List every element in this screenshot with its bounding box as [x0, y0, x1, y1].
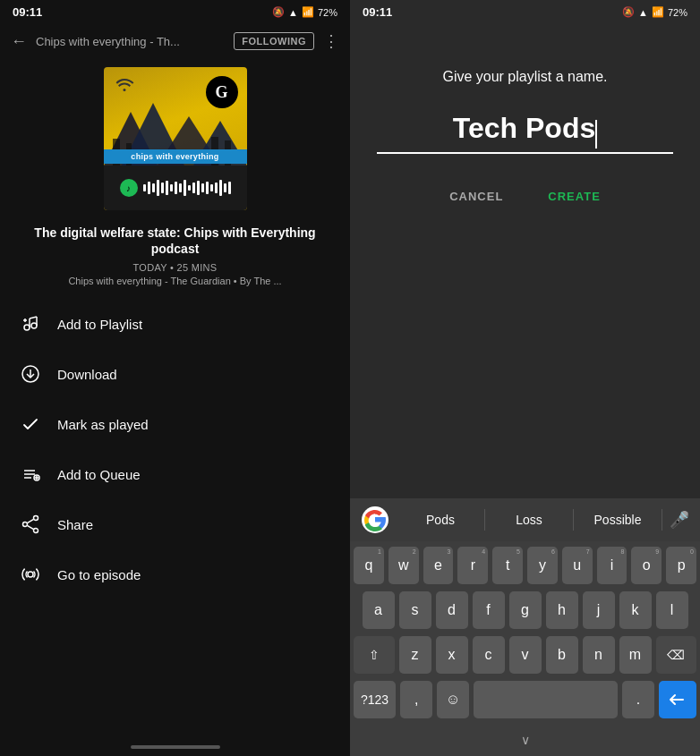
svg-line-27: [27, 526, 33, 530]
key-t[interactable]: t5: [492, 547, 523, 584]
menu-item-add-to-playlist[interactable]: Add to Playlist: [0, 299, 350, 349]
key-g[interactable]: g: [509, 591, 542, 629]
menu-list: Add to Playlist Download Mark as played: [0, 292, 350, 738]
artwork-bottom-bar: ♪: [104, 166, 247, 210]
key-e[interactable]: e3: [423, 547, 454, 584]
comma-key[interactable]: ,: [400, 681, 432, 718]
key-j[interactable]: j: [583, 591, 615, 629]
period-key[interactable]: .: [622, 681, 654, 718]
space-key[interactable]: [474, 681, 618, 718]
svg-point-25: [34, 529, 38, 533]
suggestion-pods[interactable]: Pods: [397, 509, 485, 531]
key-row-zxcv: ⇧ z x c v b n m ⌫: [354, 636, 696, 674]
key-z[interactable]: z: [399, 636, 431, 674]
share-label: Share: [57, 517, 93, 532]
key-d[interactable]: d: [436, 591, 468, 629]
go-to-episode-label: Go to episode: [57, 567, 141, 582]
key-row-qwerty: q1 w2 e3 r4 t5 y6 u7 i8 o9 p0: [354, 547, 696, 584]
home-bar-left: [131, 745, 220, 749]
suggestion-loss[interactable]: Loss: [485, 509, 574, 531]
shift-key[interactable]: ⇧: [354, 636, 395, 674]
more-options-button[interactable]: ⋮: [323, 31, 339, 51]
following-button[interactable]: FOLLOWING: [234, 32, 314, 50]
menu-item-mark-played[interactable]: Mark as played: [0, 399, 350, 449]
menu-item-download[interactable]: Download: [0, 349, 350, 399]
waveform: [143, 179, 231, 197]
key-r[interactable]: r4: [457, 547, 488, 584]
key-b[interactable]: b: [546, 636, 578, 674]
cancel-button[interactable]: CANCEL: [449, 190, 503, 203]
enter-key[interactable]: [659, 681, 696, 718]
playlist-prompt: Give your playlist a name.: [442, 69, 607, 85]
emoji-key[interactable]: ☺: [437, 681, 469, 718]
svg-point-28: [28, 572, 33, 577]
spotify-logo: ♪: [120, 179, 138, 197]
podcast-icon: [18, 562, 43, 587]
add-to-queue-label: Add to Queue: [57, 467, 141, 482]
right-panel: 09:11 🔕 ▲ 📶 72% Give your playlist a nam…: [350, 0, 700, 756]
key-n[interactable]: n: [583, 636, 615, 674]
silent-icon: 🔕: [272, 6, 285, 18]
wifi-artwork-icon: [115, 76, 134, 97]
battery-right: 72%: [668, 7, 687, 18]
chips-label: chips with everything: [104, 149, 247, 164]
share-icon: [18, 512, 43, 537]
back-button[interactable]: ←: [11, 32, 27, 51]
key-l[interactable]: l: [656, 591, 688, 629]
svg-point-24: [23, 522, 28, 527]
backspace-key[interactable]: ⌫: [656, 636, 697, 674]
battery-left: 72%: [318, 7, 337, 18]
left-panel: 09:11 🔕 ▲ 📶 72% ← Chips with everything …: [0, 0, 350, 756]
svg-point-9: [31, 323, 37, 328]
key-p[interactable]: p0: [666, 547, 696, 584]
menu-item-share[interactable]: Share: [0, 499, 350, 549]
playlist-icon: [18, 311, 43, 336]
num-switch-key[interactable]: ?123: [354, 681, 396, 718]
key-w[interactable]: w2: [388, 547, 419, 584]
key-row-asdf: a s d f g h j k l: [354, 591, 696, 629]
episode-source: Chips with everything - The Guardian • B…: [18, 276, 332, 286]
queue-icon: [18, 462, 43, 487]
mic-icon[interactable]: 🎤: [670, 510, 689, 530]
signal-icon-r: 📶: [652, 6, 664, 18]
episode-title: The digital welfare state: Chips with Ev…: [18, 225, 332, 257]
key-s[interactable]: s: [399, 591, 431, 629]
key-v[interactable]: v: [509, 636, 542, 674]
status-icons-left: 🔕 ▲ 📶 72%: [272, 6, 337, 18]
key-y[interactable]: y6: [527, 547, 558, 584]
key-q[interactable]: q1: [354, 547, 384, 584]
svg-point-8: [24, 325, 30, 330]
key-i[interactable]: i8: [597, 547, 627, 584]
add-to-playlist-label: Add to Playlist: [57, 317, 142, 332]
mark-played-label: Mark as played: [57, 417, 149, 432]
key-f[interactable]: f: [473, 591, 505, 629]
wifi-icon: ▲: [288, 7, 298, 18]
download-label: Download: [57, 367, 117, 382]
dialog-actions: CANCEL CREATE: [449, 190, 601, 203]
podcast-artwork: G chips with everything ♪: [104, 67, 247, 210]
svg-line-26: [27, 520, 33, 523]
key-u[interactable]: u7: [562, 547, 593, 584]
episode-info: The digital welfare state: Chips with Ev…: [0, 216, 350, 292]
key-a[interactable]: a: [363, 591, 395, 629]
key-h[interactable]: h: [546, 591, 578, 629]
key-m[interactable]: m: [619, 636, 652, 674]
key-x[interactable]: x: [436, 636, 468, 674]
download-icon: [18, 361, 43, 386]
svg-point-23: [34, 516, 38, 521]
signal-icon: 📶: [302, 6, 314, 18]
playlist-name-input-container[interactable]: Tech Pods: [377, 112, 673, 154]
status-bar-right: 09:11 🔕 ▲ 📶 72%: [350, 0, 700, 24]
create-button[interactable]: CREATE: [548, 190, 600, 203]
key-k[interactable]: k: [619, 591, 652, 629]
key-row-bottom: ?123 , ☺ .: [354, 681, 696, 718]
svg-line-12: [30, 317, 37, 319]
chevron-down-icon[interactable]: ∨: [521, 729, 530, 751]
key-o[interactable]: o9: [631, 547, 662, 584]
status-icons-right: 🔕 ▲ 📶 72%: [622, 6, 687, 18]
text-cursor: [595, 120, 597, 149]
key-c[interactable]: c: [473, 636, 505, 674]
menu-item-go-to-episode[interactable]: Go to episode: [0, 549, 350, 599]
suggestion-possible[interactable]: Possible: [574, 509, 662, 531]
menu-item-add-to-queue[interactable]: Add to Queue: [0, 449, 350, 499]
